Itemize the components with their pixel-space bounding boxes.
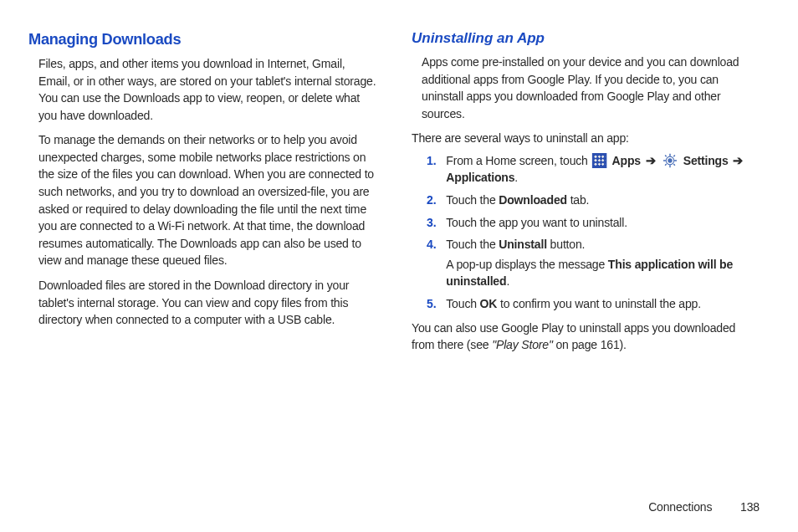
- right-column: Uninstalling an App Apps come pre-instal…: [412, 30, 770, 359]
- step-text: From a Home screen, touch: [446, 154, 591, 167]
- steps-list: 1. From a Home screen, touch Apps ➔: [427, 152, 770, 313]
- para-right-1: Apps come pre-installed on your device a…: [422, 54, 760, 122]
- step-text: tab.: [567, 193, 589, 207]
- svg-rect-6: [665, 155, 668, 157]
- page-footer: Connections 138: [648, 500, 760, 514]
- step-number: 5.: [427, 295, 436, 313]
- step-number: 1.: [427, 152, 436, 170]
- uninstall-label: Uninstall: [499, 238, 547, 251]
- step-text: A pop-up displays the message: [446, 258, 608, 271]
- arrow-icon: ➔: [646, 152, 656, 170]
- period: .: [506, 274, 509, 288]
- page-columns: Managing Downloads Files, apps, and othe…: [28, 30, 770, 359]
- svg-rect-7: [673, 163, 676, 166]
- step-4-sub: A pop-up displays the message This appli…: [446, 256, 759, 290]
- svg-rect-5: [674, 160, 677, 161]
- para-text: on page 161).: [553, 338, 627, 351]
- step-number: 3.: [427, 214, 436, 232]
- para-right-3: You can also use Google Play to uninstal…: [412, 320, 759, 354]
- heading-uninstalling-app: Uninstalling an App: [412, 30, 770, 47]
- step-text: button.: [547, 238, 585, 251]
- footer-section: Connections: [648, 500, 712, 514]
- footer-page-number: 138: [740, 500, 760, 514]
- step-1: 1. From a Home screen, touch Apps ➔: [427, 152, 760, 187]
- step-text: Touch the: [446, 193, 499, 207]
- ok-label: OK: [480, 297, 498, 310]
- step-text: to confirm you want to uninstall the app…: [497, 297, 701, 310]
- apps-icon: [591, 153, 606, 168]
- para-left-3: Downloaded files are stored in the Downl…: [38, 277, 376, 329]
- step-2: 2. Touch the Downloaded tab.: [427, 192, 760, 209]
- svg-rect-2: [670, 154, 671, 156]
- left-column: Managing Downloads Files, apps, and othe…: [28, 30, 386, 359]
- svg-rect-3: [670, 165, 671, 167]
- step-number: 2.: [427, 192, 436, 209]
- step-3: 3. Touch the app you want to uninstall.: [427, 214, 760, 232]
- svg-point-1: [668, 159, 672, 163]
- step-5: 5. Touch OK to confirm you want to unins…: [427, 295, 760, 313]
- step-text: Touch: [446, 297, 479, 310]
- svg-rect-4: [663, 160, 666, 161]
- arrow-icon: ➔: [733, 152, 743, 170]
- downloaded-label: Downloaded: [499, 193, 567, 207]
- svg-rect-9: [665, 163, 668, 166]
- settings-label: Settings: [683, 154, 729, 167]
- step-4: 4. Touch the Uninstall button. A pop-up …: [427, 236, 760, 290]
- para-right-2: There are several ways to uninstall an a…: [412, 130, 759, 147]
- period: .: [514, 171, 518, 184]
- apps-label: Apps: [612, 154, 641, 167]
- applications-label: Applications: [446, 171, 514, 184]
- svg-rect-8: [673, 155, 676, 157]
- heading-managing-downloads: Managing Downloads: [28, 30, 372, 49]
- step-text: Touch the: [446, 238, 499, 251]
- para-left-2: To manage the demands on their networks …: [38, 131, 376, 269]
- step-number: 4.: [427, 236, 436, 253]
- play-store-ref: "Play Store": [492, 338, 553, 351]
- step-text: Touch the app you want to uninstall.: [446, 216, 627, 229]
- para-left-1: Files, apps, and other items you downloa…: [38, 55, 376, 124]
- settings-icon: [663, 153, 678, 168]
